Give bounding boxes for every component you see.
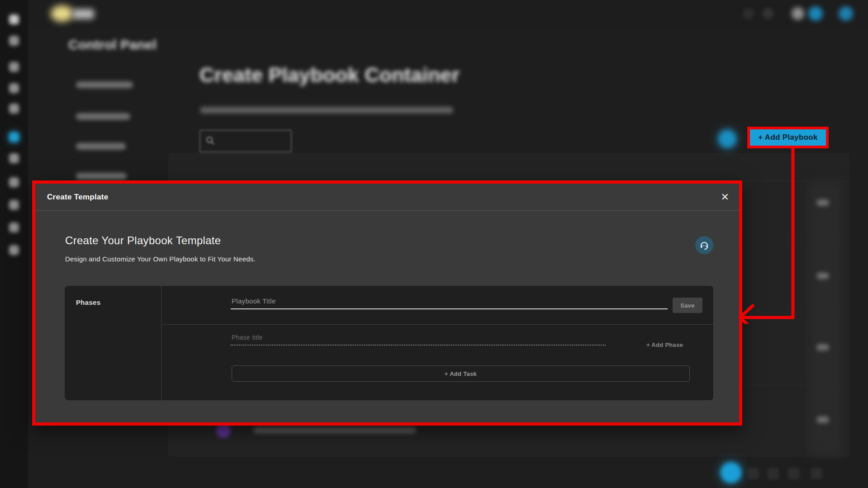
dashboard-icon[interactable] xyxy=(718,130,736,148)
app-root: Control Panel Create Playbook Container … xyxy=(0,0,868,488)
nav-item[interactable] xyxy=(76,81,133,88)
pagination-page[interactable] xyxy=(811,468,822,479)
add-phase-button[interactable]: + Add Phase xyxy=(644,341,686,349)
sidebar-item[interactable] xyxy=(9,153,19,163)
template-builder-panel: Phases Save + Add Phase + Add Task xyxy=(65,286,713,400)
playbook-row-text xyxy=(253,427,416,433)
topbar-icon[interactable] xyxy=(743,8,754,19)
annotation-arrow xyxy=(733,147,832,324)
search-icon xyxy=(206,136,215,145)
modal-header: Create Template ✕ xyxy=(35,184,739,211)
pagination-page[interactable] xyxy=(788,468,800,479)
notifications-icon[interactable] xyxy=(808,6,823,21)
nav-item[interactable] xyxy=(76,113,130,120)
avatar[interactable] xyxy=(839,6,853,21)
phases-label: Phases xyxy=(76,298,100,306)
playbook-title-row: Save xyxy=(161,286,713,325)
pagination-page-active[interactable] xyxy=(721,462,741,483)
sidebar-item[interactable] xyxy=(9,200,19,210)
support-agent-button[interactable] xyxy=(695,236,713,254)
panel-title: Control Panel xyxy=(68,37,157,52)
nav-item[interactable] xyxy=(76,143,126,150)
sidebar-item[interactable] xyxy=(9,83,19,93)
row-actions-icon[interactable] xyxy=(817,344,829,351)
phases-column: Phases xyxy=(65,286,161,400)
modal-heading: Create Your Playbook Template xyxy=(65,234,221,247)
headset-icon xyxy=(699,240,710,251)
menu-icon[interactable] xyxy=(9,14,19,24)
create-template-modal: Create Template ✕ Create Your Playbook T… xyxy=(32,180,742,426)
app-logo-text xyxy=(72,9,94,19)
sidebar-item[interactable] xyxy=(9,245,19,255)
sidebar-item-active[interactable] xyxy=(9,132,19,142)
page-subtitle xyxy=(200,107,453,114)
pagination-page[interactable] xyxy=(767,468,779,479)
nav-item[interactable] xyxy=(76,173,127,180)
sidebar xyxy=(0,0,28,488)
sidebar-item[interactable] xyxy=(9,104,19,114)
modal-subheading: Design and Customize Your Own Playbook t… xyxy=(65,255,256,263)
topbar-icon[interactable] xyxy=(763,8,773,19)
app-logo-icon[interactable] xyxy=(51,5,73,22)
add-task-button[interactable]: + Add Task xyxy=(232,365,690,382)
search-input[interactable] xyxy=(199,130,292,152)
close-icon[interactable]: ✕ xyxy=(721,184,729,211)
page-title: Create Playbook Container xyxy=(199,63,460,87)
save-button[interactable]: Save xyxy=(673,298,702,313)
playbook-title-input[interactable] xyxy=(231,293,668,309)
sidebar-item[interactable] xyxy=(9,177,19,187)
add-playbook-button[interactable]: + Add Playbook xyxy=(747,127,829,148)
modal-title: Create Template xyxy=(47,184,109,211)
topbar xyxy=(0,0,868,28)
sidebar-item[interactable] xyxy=(9,36,19,46)
pagination-page[interactable] xyxy=(747,468,759,479)
language-selector[interactable] xyxy=(792,7,804,20)
phase-title-input[interactable] xyxy=(231,330,606,346)
sidebar-item[interactable] xyxy=(9,62,19,72)
row-actions-icon[interactable] xyxy=(817,417,829,423)
phase-row: + Add Phase + Add Task xyxy=(161,325,713,400)
sidebar-item[interactable] xyxy=(9,223,19,232)
